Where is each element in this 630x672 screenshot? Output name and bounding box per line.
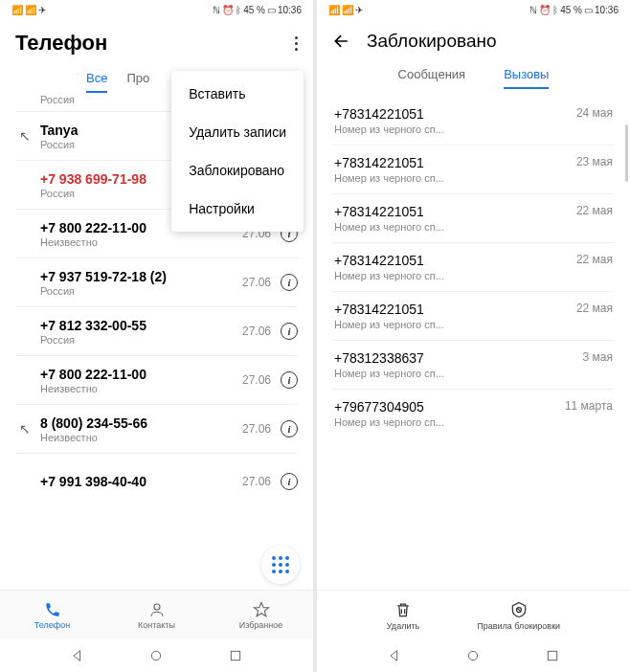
info-icon[interactable]: i [281, 473, 298, 490]
svg-point-4 [469, 651, 478, 660]
info-icon[interactable]: i [281, 371, 298, 389]
menu-delete-records[interactable]: Удалить записи [171, 113, 304, 151]
menu-blocked[interactable]: Заблокировано [171, 151, 304, 190]
page-title: Заблокировано [367, 31, 497, 52]
blocked-row[interactable]: +78314221051 Номер из черного сп... 22 м… [317, 292, 630, 340]
svg-point-1 [152, 651, 161, 660]
action-block-rules[interactable]: Правила блокировки [477, 600, 560, 631]
call-log-row[interactable]: +7 991 398-40-40 27.06 i [0, 454, 313, 502]
call-log-row[interactable]: +7 812 332-00-55 Россия 27.06 i [0, 307, 313, 355]
outgoing-call-icon: ↖ [15, 128, 34, 144]
bluetooth-icon: ᛒ [552, 5, 558, 15]
outgoing-call-icon: ↖ [15, 421, 34, 437]
svg-point-0 [154, 604, 160, 610]
bluetooth-icon: ᛒ [236, 5, 241, 15]
back-icon[interactable] [387, 648, 402, 663]
recent-icon[interactable] [228, 648, 243, 663]
tab-messages[interactable]: Сообщения [398, 67, 466, 89]
home-icon[interactable] [148, 648, 164, 663]
nfc-icon: ℕ [213, 5, 220, 15]
system-nav [0, 639, 313, 672]
blocked-tabs: Сообщения Вызовы [317, 59, 630, 89]
tab-all[interactable]: Все [86, 71, 107, 93]
blocked-row[interactable]: +78314221051 Номер из черного сп... 22 м… [317, 194, 630, 242]
contacts-icon [147, 601, 167, 618]
telegram-icon: ✈ [355, 5, 363, 15]
info-icon[interactable]: i [281, 323, 298, 340]
nav-favorites[interactable]: Избранное [209, 591, 313, 639]
dialpad-button[interactable] [261, 546, 300, 584]
trash-icon [394, 600, 413, 619]
battery-text: 45 % [560, 5, 582, 15]
nav-phone[interactable]: Телефон [0, 591, 104, 639]
info-icon[interactable]: i [281, 420, 298, 437]
alarm-icon: ⏰ [222, 5, 234, 15]
call-log-row[interactable]: +7 800 222-11-00 Неизвестно 27.06 i [0, 356, 313, 404]
svg-rect-2 [231, 651, 239, 660]
nav-contacts[interactable]: Контакты [104, 591, 209, 639]
blocked-row[interactable]: +79677304905 Номер из черного сп... 11 м… [317, 390, 630, 437]
system-nav [317, 639, 630, 672]
overflow-menu: Вставить Удалить записи Заблокировано На… [171, 71, 304, 232]
page-title: Телефон [15, 31, 107, 56]
blocked-list: +78314221051 Номер из черного сп... 24 м… [317, 89, 630, 590]
telegram-icon: ✈ [38, 5, 46, 15]
app-header: Телефон [0, 19, 313, 63]
nfc-icon: ℕ [529, 5, 537, 15]
status-bar: 📶 📶 ✈ ℕ ⏰ ᛒ 45 % ▭ 10:36 [0, 0, 313, 19]
menu-paste[interactable]: Вставить [171, 75, 304, 113]
star-icon [252, 601, 271, 618]
blocked-row[interactable]: +78314221051 Номер из черного сп... 23 м… [317, 146, 630, 193]
scrollbar[interactable] [625, 124, 628, 182]
clock: 10:36 [595, 5, 619, 15]
tab-calls[interactable]: Вызовы [504, 67, 549, 89]
alarm-icon: ⏰ [539, 5, 551, 15]
blocked-screen: 📶 📶 ✈ ℕ ⏰ ᛒ 45 % ▭ 10:36 Заблокировано С… [317, 0, 630, 672]
call-log-row[interactable]: ↖ 8 (800) 234-55-66 Неизвестно 27.06 i [0, 405, 313, 453]
overflow-menu-button[interactable] [295, 36, 298, 51]
clock: 10:36 [278, 5, 302, 15]
info-icon[interactable]: i [281, 274, 298, 291]
signal-icon: 📶 [328, 5, 340, 15]
blocked-header: Заблокировано [317, 19, 630, 59]
block-rules-icon [509, 600, 529, 619]
dialpad-icon [272, 556, 289, 573]
blocked-row[interactable]: +78314221051 Номер из черного сп... 22 м… [317, 243, 630, 291]
wifi-icon: 📶 [342, 5, 353, 15]
action-delete[interactable]: Удалить [387, 600, 419, 631]
phone-app-screen: 📶 📶 ✈ ℕ ⏰ ᛒ 45 % ▭ 10:36 Телефон Все Про… [0, 0, 313, 672]
menu-settings[interactable]: Настройки [171, 190, 304, 228]
wifi-icon: 📶 [25, 5, 36, 15]
svg-rect-5 [548, 651, 556, 660]
blocked-row[interactable]: +78314221051 Номер из черного сп... 24 м… [317, 97, 630, 145]
tab-missed[interactable]: Про [126, 71, 149, 93]
call-log-row[interactable]: +7 937 519-72-18 (2) Россия 27.06 i [0, 258, 313, 306]
signal-icon: 📶 [11, 5, 23, 15]
battery-icon: ▭ [584, 5, 593, 15]
blocked-actions: Удалить Правила блокировки [317, 590, 630, 639]
battery-icon: ▭ [267, 5, 276, 15]
back-icon[interactable] [70, 648, 85, 663]
recent-icon[interactable] [545, 648, 560, 663]
home-icon[interactable] [465, 648, 481, 663]
battery-text: 45 % [243, 5, 265, 15]
status-bar: 📶 📶 ✈ ℕ ⏰ ᛒ 45 % ▭ 10:36 [317, 0, 630, 19]
phone-icon [43, 601, 62, 618]
blocked-row[interactable]: +78312338637 Номер из черного сп... 3 ма… [317, 341, 630, 389]
back-arrow-icon[interactable] [332, 32, 351, 51]
bottom-nav: Телефон Контакты Избранное [0, 590, 313, 639]
